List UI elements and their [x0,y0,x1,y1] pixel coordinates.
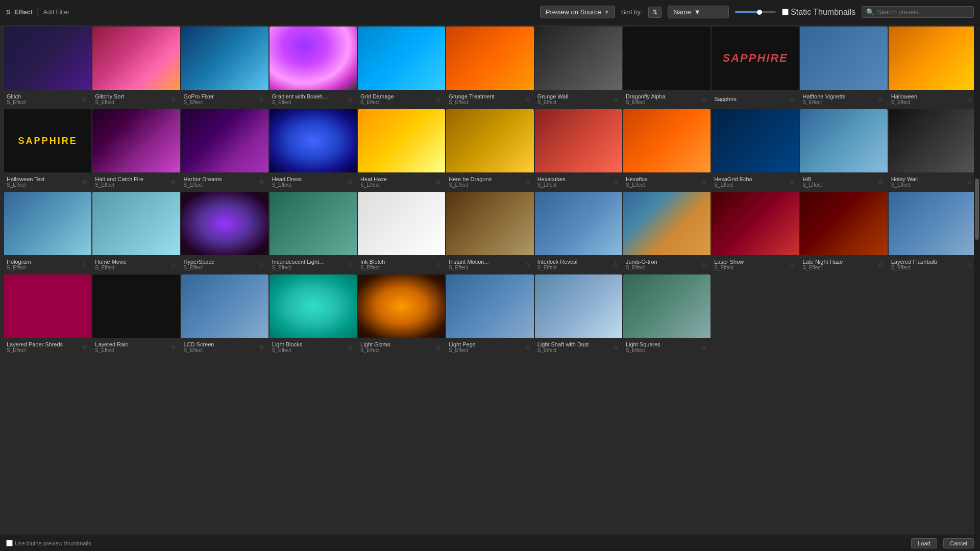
effect-type: S_Effect [537,347,611,353]
effect-card-37[interactable]: Light Blocks S_Effect ☆ [270,274,357,356]
static-thumb-check[interactable] [782,9,789,15]
effect-card-40[interactable]: Light Shaft with Dust S_Effect ☆ [535,274,622,356]
effect-card-28[interactable]: Instant Motion... S_Effect ☆ [446,192,533,273]
effect-card-10[interactable]: Halftone Vignette S_Effect ☆ [800,27,887,108]
favorite-button[interactable]: ☆ [611,177,620,187]
effect-card-5[interactable]: Grid Damage S_Effect ☆ [358,27,445,108]
preview-dropdown[interactable]: Preview on Source ▼ [540,6,615,18]
favorite-button[interactable]: ☆ [81,342,89,352]
favorite-button[interactable]: ☆ [81,177,89,187]
effect-card-26[interactable]: Incandescent Light... S_Effect ☆ [270,192,357,273]
effect-card-24[interactable]: Home Movie S_Effect ☆ [92,192,180,273]
effect-card-8[interactable]: Dragonfly Alpha S_Effect ☆ [623,27,710,108]
favorite-button[interactable]: ☆ [788,177,796,187]
effect-card-4[interactable]: Gradient with Bokeh... S_Effect ☆ [270,27,357,108]
favorite-button[interactable]: ☆ [258,94,266,104]
favorite-button[interactable]: ☆ [965,94,973,104]
effect-card-34[interactable]: Layered Paper Shreds S_Effect ☆ [4,274,91,356]
effect-card-32[interactable]: Late Night Haze S_Effect ☆ [800,192,887,273]
favorite-button[interactable]: ☆ [700,342,708,352]
search-bar[interactable]: 🔍 [862,6,974,18]
favorite-button[interactable]: ☆ [700,94,708,104]
effect-card-33[interactable]: Layered Flashbulb S_Effect ☆ [889,192,976,273]
preview-thumb-check[interactable] [6,540,13,546]
effect-card-35[interactable]: Layered Rain S_Effect ☆ [92,274,180,356]
favorite-button[interactable]: ☆ [523,94,531,104]
effect-info-text: Holey Wall S_Effect [891,176,965,188]
effect-card-11[interactable]: Halloween S_Effect ☆ [889,27,976,108]
effect-card-25[interactable]: HyperSpace S_Effect ☆ [181,192,268,273]
effect-card-18[interactable]: Hexacubes S_Effect ☆ [535,109,622,191]
effect-card-27[interactable]: Ink Blotch S_Effect ☆ [358,192,445,273]
effect-card-13[interactable]: Halt and Catch Fire S_Effect ☆ [92,109,180,191]
effect-card-39[interactable]: Light Pegs S_Effect ☆ [446,274,533,356]
effect-info-text: Here be Dragons S_Effect [449,176,523,188]
scrollbar[interactable] [974,24,980,535]
favorite-button[interactable]: ☆ [877,260,885,269]
thumbnail-size-slider[interactable] [735,11,776,13]
sort-name-dropdown[interactable]: Name ▼ [668,6,729,18]
favorite-button[interactable]: ☆ [258,342,266,352]
effect-card-17[interactable]: Here be Dragons S_Effect ☆ [446,109,533,191]
effect-card-2[interactable]: Glitchy Sort S_Effect ☆ [92,27,180,108]
favorite-button[interactable]: ☆ [700,260,708,269]
effect-card-19[interactable]: Hexaflux S_Effect ☆ [623,109,710,191]
effect-card-9[interactable]: SAPPHIRE Sapphire ☆ [712,27,799,108]
effect-card-6[interactable]: Grunge Treatment S_Effect ☆ [446,27,533,108]
effect-card-15[interactable]: Head Dress S_Effect ☆ [270,109,357,191]
effect-card-3[interactable]: GoPro Fixer S_Effect ☆ [181,27,268,108]
favorite-button[interactable]: ☆ [965,260,973,269]
effect-card-30[interactable]: Jumb-O-tron S_Effect ☆ [623,192,710,273]
favorite-button[interactable]: ☆ [434,342,443,352]
effect-card-14[interactable]: Harbor Dreams S_Effect ☆ [181,109,268,191]
favorite-button[interactable]: ☆ [611,94,620,104]
favorite-button[interactable]: ☆ [169,260,178,269]
favorite-button[interactable]: ☆ [611,260,620,269]
favorite-button[interactable]: ☆ [434,177,443,187]
favorite-button[interactable]: ☆ [434,260,443,269]
favorite-button[interactable]: ☆ [700,177,708,187]
favorite-button[interactable]: ☆ [877,94,885,104]
favorite-button[interactable]: ☆ [258,260,266,269]
favorite-button[interactable]: ☆ [788,260,796,269]
effect-card-1[interactable]: Glitch S_Effect ☆ [4,27,91,108]
effect-card-36[interactable]: LCD Screen S_Effect ☆ [181,274,268,356]
favorite-button[interactable]: ☆ [611,342,620,352]
add-filter-label[interactable]: Add Filter [43,9,69,16]
cancel-button[interactable]: Cancel [943,538,974,548]
favorite-button[interactable]: ☆ [346,94,354,104]
effect-card-7[interactable]: Grunge Wall S_Effect ☆ [535,27,622,108]
effect-card-31[interactable]: Laser Show S_Effect ☆ [712,192,799,273]
favorite-button[interactable]: ☆ [81,94,89,104]
favorite-button[interactable]: ☆ [788,94,796,104]
favorite-button[interactable]: ☆ [523,260,531,269]
effect-thumbnail [4,192,91,255]
static-thumbnail-checkbox[interactable]: Static Thumbnails [782,8,855,17]
favorite-button[interactable]: ☆ [169,177,178,187]
search-input[interactable] [877,9,969,16]
favorite-button[interactable]: ☆ [81,260,89,269]
favorite-button[interactable]: ☆ [877,177,885,187]
favorite-button[interactable]: ☆ [346,177,354,187]
effect-card-12[interactable]: SAPPHIRE Halloween Text S_Effect ☆ [4,109,91,191]
effect-card-22[interactable]: Holey Wall S_Effect ☆ [889,109,976,191]
effect-card-20[interactable]: HexaGrid Echo S_Effect ☆ [712,109,799,191]
effect-card-21[interactable]: Hi8 S_Effect ☆ [800,109,887,191]
load-button[interactable]: Load [911,538,937,548]
favorite-button[interactable]: ☆ [169,342,178,352]
favorite-button[interactable]: ☆ [523,342,531,352]
effect-card-38[interactable]: Light Gizmo S_Effect ☆ [358,274,445,356]
effect-card-23[interactable]: Hologram S_Effect ☆ [4,192,91,273]
effect-card-29[interactable]: Interlock Reveal S_Effect ☆ [535,192,622,273]
effect-card-16[interactable]: Heat Haze S_Effect ☆ [358,109,445,191]
favorite-button[interactable]: ☆ [169,94,178,104]
effect-card-41[interactable]: Light Squares S_Effect ☆ [623,274,710,356]
sort-direction-button[interactable]: ⇅ [648,7,662,18]
favorite-button[interactable]: ☆ [965,177,973,187]
favorite-button[interactable]: ☆ [523,177,531,187]
favorite-button[interactable]: ☆ [258,177,266,187]
favorite-button[interactable]: ☆ [346,260,354,269]
favorite-button[interactable]: ☆ [346,342,354,352]
favorite-button[interactable]: ☆ [434,94,443,104]
preview-thumb-checkbox[interactable]: Use bluthe preview thumbnails [6,540,91,546]
